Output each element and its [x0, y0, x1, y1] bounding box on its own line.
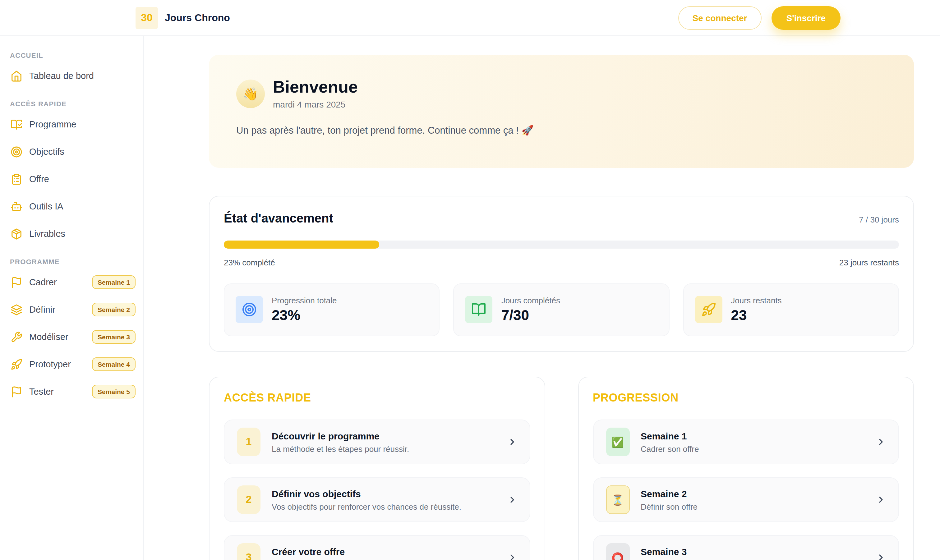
sidebar-item-tableau-de-bord[interactable]: Tableau de bord [0, 62, 143, 89]
item-subtitle: Définir son offre [641, 502, 865, 511]
quick-access-item-objectifs[interactable]: 2 Définir vos objectifs Vos objectifs po… [224, 477, 530, 522]
week-badge: Semaine 1 [92, 275, 135, 289]
chevron-right-icon [507, 437, 517, 447]
step-number-badge: 3 [237, 543, 260, 560]
item-title: Découvrir le programme [272, 431, 496, 441]
bot-icon [11, 200, 22, 212]
logo-title: Jours Chrono [165, 12, 230, 23]
welcome-banner: 👋 Bienvenue mardi 4 mars 2025 Un pas apr… [209, 55, 914, 168]
step-number-badge: 2 [237, 485, 260, 514]
item-title: Créer votre offre [272, 546, 496, 557]
sidebar-item-objectifs[interactable]: Objectifs [0, 138, 143, 165]
signup-button[interactable]: S'inscrire [771, 6, 840, 29]
stat-progression-totale: Progression totale 23% [224, 283, 440, 336]
week-badge: Semaine 2 [92, 303, 135, 316]
stat-value: 7/30 [502, 307, 560, 324]
sidebar-item-label: Modéliser [29, 332, 85, 342]
app-window: 30 Jours Chrono Se connecter S'inscrire … [0, 0, 940, 560]
progress-remaining-label: 23 jours restants [839, 258, 899, 267]
login-button[interactable]: Se connecter [678, 6, 762, 29]
logo-30-badge: 30 [135, 6, 158, 29]
chevron-right-icon [507, 552, 517, 560]
quick-access-title: ACCÈS RAPIDE [224, 392, 530, 405]
progression-item-semaine-2[interactable]: ⏳ Semaine 2 Définir son offre [593, 477, 899, 522]
main-content: 👋 Bienvenue mardi 4 mars 2025 Un pas apr… [144, 36, 940, 560]
progression-item-semaine-1[interactable]: ✅ Semaine 1 Cadrer son offre [593, 420, 899, 464]
rocket-icon [11, 358, 22, 370]
check-emoji-icon: ✅ [606, 428, 629, 456]
sidebar-item-label: Définir [29, 305, 85, 314]
item-title: Définir vos objectifs [272, 488, 496, 499]
step-number-badge: 1 [237, 428, 260, 456]
sidebar-item-prototyper[interactable]: Prototyper Semaine 4 [0, 351, 143, 378]
sidebar-item-label: Programme [29, 119, 135, 129]
stat-jours-restants: Jours restants 23 [683, 283, 899, 336]
progression-item-semaine-3[interactable]: ⭕ Semaine 3 Modéliser son offre [593, 535, 899, 560]
sidebar-item-cadrer[interactable]: Cadrer Semaine 1 [0, 269, 143, 296]
week-badge: Semaine 5 [92, 385, 135, 398]
welcome-date: mardi 4 mars 2025 [273, 99, 358, 109]
week-badge: Semaine 3 [92, 330, 135, 344]
stat-value: 23 [731, 307, 782, 324]
progress-bar [224, 240, 899, 249]
welcome-message: Un pas après l'autre, ton projet prend f… [236, 125, 886, 136]
wrench-icon [11, 331, 22, 343]
sidebar-item-label: Prototyper [29, 359, 85, 369]
flag-icon [11, 386, 22, 397]
home-icon [11, 70, 22, 82]
book-open-icon [472, 302, 486, 317]
progress-fill [224, 240, 379, 249]
week-badge: Semaine 4 [92, 357, 135, 371]
target-icon [242, 302, 257, 317]
stat-jours-completes: Jours complétés 7/30 [454, 283, 669, 336]
sidebar-item-label: Tester [29, 386, 85, 397]
sidebar-item-label: Outils IA [29, 202, 135, 211]
progress-completed-label: 23% complété [224, 258, 275, 267]
rocket-icon [701, 302, 716, 317]
target-icon [11, 146, 22, 158]
sidebar-item-label: Objectifs [29, 147, 135, 157]
sidebar-item-outils-ia[interactable]: Outils IA [0, 193, 143, 220]
app-logo[interactable]: 30 Jours Chrono [135, 6, 230, 29]
sidebar-item-label: Cadrer [29, 277, 85, 287]
progression-panel: PROGRESSION ✅ Semaine 1 Cadrer son offre… [578, 377, 914, 560]
sidebar-item-offre[interactable]: Offre [0, 165, 143, 193]
chevron-right-icon [876, 495, 886, 505]
sidebar-item-programme[interactable]: Programme [0, 111, 143, 138]
hourglass-emoji-icon: ⏳ [606, 485, 629, 514]
sidebar-item-tester[interactable]: Tester Semaine 5 [0, 378, 143, 405]
sidebar-item-definir[interactable]: Définir Semaine 2 [0, 296, 143, 323]
item-title: Semaine 2 [641, 488, 865, 499]
sidebar-section-programme: PROGRAMME [10, 258, 133, 265]
stat-label: Progression totale [272, 296, 337, 305]
top-bar: 30 Jours Chrono Se connecter S'inscrire [0, 0, 940, 36]
chevron-right-icon [876, 552, 886, 560]
sidebar: ACCUEIL Tableau de bord ACCÈS RAPIDE Pro… [0, 36, 144, 560]
sidebar-section-accueil: ACCUEIL [10, 52, 133, 59]
sidebar-item-modeliser[interactable]: Modéliser Semaine 3 [0, 323, 143, 351]
welcome-title: Bienvenue [273, 78, 358, 97]
progress-days-counter: 7 / 30 jours [859, 215, 899, 225]
stat-label: Jours complétés [502, 296, 560, 305]
stat-label: Jours restants [731, 296, 782, 305]
progress-title: État d'avancement [224, 211, 333, 226]
quick-access-panel: ACCÈS RAPIDE 1 Découvrir le programme La… [209, 377, 545, 560]
sidebar-item-livrables[interactable]: Livrables [0, 220, 143, 248]
item-subtitle: La méthode et les étapes pour réussir. [272, 444, 496, 454]
progress-card: État d'avancement 7 / 30 jours 23% compl… [209, 196, 914, 352]
item-title: Semaine 3 [641, 546, 865, 557]
clipboard-list-icon [11, 173, 22, 185]
chevron-right-icon [876, 437, 886, 447]
book-check-icon [11, 118, 22, 130]
quick-access-item-offre[interactable]: 3 Créer votre offre Les contours de votr… [224, 535, 530, 560]
wave-emoji-icon: 👋 [236, 80, 265, 108]
quick-access-item-decouvrir[interactable]: 1 Découvrir le programme La méthode et l… [224, 420, 530, 464]
package-icon [11, 228, 22, 240]
item-subtitle: Vos objectifs pour renforcer vos chances… [272, 502, 496, 511]
flag-icon [11, 276, 22, 288]
sidebar-item-label: Livrables [29, 229, 135, 238]
item-title: Semaine 1 [641, 431, 865, 441]
circle-emoji-icon: ⭕ [606, 543, 629, 560]
progression-title: PROGRESSION [593, 392, 899, 405]
stat-value: 23% [272, 307, 337, 324]
